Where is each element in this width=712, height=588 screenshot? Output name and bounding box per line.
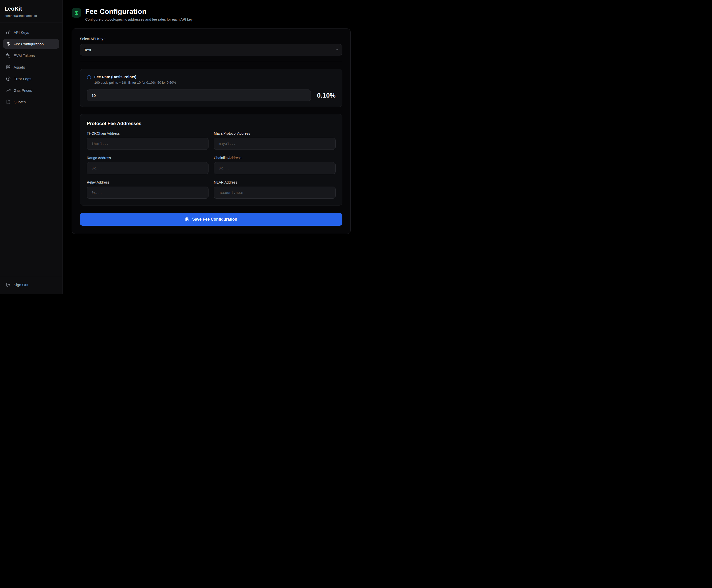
fee-rate-percent: 0.10% [317,91,336,99]
field-label: Maya Protocol Address [214,131,336,135]
file-text-icon [6,100,11,104]
chainflip-address-field: Chainflip Address [214,156,336,174]
rango-address-field: Rango Address [87,156,209,174]
sidebar-nav: API Keys Fee Configuration EVM Tokens As… [0,22,62,276]
sidebar-item-label: Assets [14,65,25,69]
protocol-fields-grid: THORChain Address Maya Protocol Address … [87,131,336,199]
required-asterisk: * [104,37,106,41]
trending-up-icon [6,88,11,92]
field-label: Chainflip Address [214,156,336,160]
sidebar-item-label: Quotes [14,100,26,104]
main-content: Fee Configuration Configure protocol-spe… [63,0,356,294]
field-label: NEAR Address [214,180,336,184]
protocol-addresses-section: Protocol Fee Addresses THORChain Address… [80,114,342,206]
sidebar-item-evm-tokens[interactable]: EVM Tokens [3,51,59,60]
save-button-label: Save Fee Configuration [192,217,237,222]
database-icon [6,65,11,69]
maya-protocol-address-field: Maya Protocol Address [214,131,336,150]
api-key-label-text: Select API Key [80,37,103,41]
sign-out-button[interactable]: Sign Out [4,280,58,290]
relay-address-field: Relay Address [87,180,209,199]
sidebar-item-error-logs[interactable]: Error Logs [3,74,59,83]
sidebar-item-label: Error Logs [14,77,31,81]
sidebar-item-fee-configuration[interactable]: Fee Configuration [3,39,59,49]
sidebar-item-gas-prices[interactable]: Gas Prices [3,85,59,95]
sidebar-footer: Sign Out [0,276,62,294]
protocol-section-title: Protocol Fee Addresses [87,121,336,126]
sidebar-item-label: EVM Tokens [14,54,35,58]
fee-rate-input[interactable] [87,89,311,101]
rango-address-input[interactable] [87,162,209,174]
sign-out-label: Sign Out [14,283,28,287]
fee-rate-label: Fee Rate (Basis Points) [94,75,176,79]
sidebar: LeoKit contact@leofinance.io API Keys Fe… [0,0,63,294]
relay-address-input[interactable] [87,187,209,199]
sidebar-item-assets[interactable]: Assets [3,62,59,72]
sidebar-header: LeoKit contact@leofinance.io [0,0,62,22]
dollar-icon [6,42,11,46]
api-key-select-wrapper: Test [80,44,342,56]
page-title: Fee Configuration [85,7,193,16]
thorchain-address-input[interactable] [87,138,209,150]
log-out-icon [6,282,11,287]
key-icon [6,30,11,35]
coins-icon [6,53,11,58]
dollar-badge-icon [71,8,81,18]
fee-rate-row: 0.10% [87,89,336,101]
brand-title: LeoKit [4,5,58,12]
field-label: Rango Address [87,156,209,160]
api-key-select[interactable]: Test [80,44,342,56]
sidebar-item-label: Gas Prices [14,88,32,92]
thorchain-address-field: THORChain Address [87,131,209,150]
sidebar-item-label: API Keys [14,30,29,35]
page-subtitle: Configure protocol-specific addresses an… [85,17,193,21]
chainflip-address-input[interactable] [214,162,336,174]
page-header: Fee Configuration Configure protocol-spe… [71,7,351,21]
sidebar-item-api-keys[interactable]: API Keys [3,27,59,37]
fee-rate-section: Fee Rate (Basis Points) 100 basis points… [80,69,342,107]
fee-rate-hint: 100 basis points = 1%. Enter 10 for 0.10… [94,81,176,84]
info-icon [87,75,91,84]
fee-configuration-card: Select API Key* Test Fee Rate (Basis Poi… [71,28,351,234]
alert-circle-icon [6,77,11,81]
sidebar-item-quotes[interactable]: Quotes [3,97,59,107]
save-icon [185,217,190,222]
api-key-label: Select API Key* [80,37,342,41]
near-address-input[interactable] [214,187,336,199]
maya-address-input[interactable] [214,138,336,150]
save-fee-configuration-button[interactable]: Save Fee Configuration [80,213,342,226]
sidebar-item-label: Fee Configuration [14,42,44,46]
near-address-field: NEAR Address [214,180,336,199]
field-label: Relay Address [87,180,209,184]
field-label: THORChain Address [87,131,209,135]
section-divider [80,61,342,61]
fee-rate-header: Fee Rate (Basis Points) 100 basis points… [87,75,336,84]
account-email: contact@leofinance.io [4,14,58,18]
